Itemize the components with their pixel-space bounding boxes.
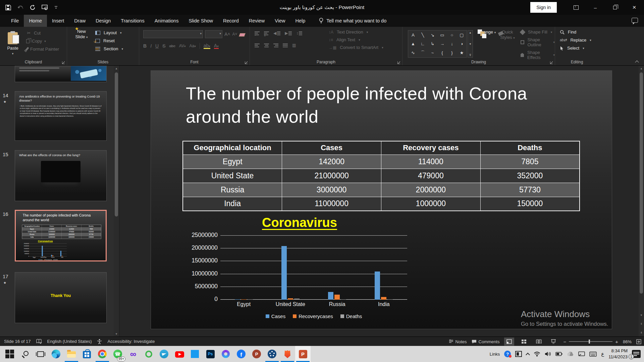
taskbar-photoshop-button[interactable] <box>203 346 218 362</box>
bar-deaths-india[interactable] <box>387 299 393 300</box>
infection-table[interactable]: Geographical locationCasesRecovery cases… <box>22 225 101 239</box>
comments-button[interactable]: Comments <box>472 339 500 344</box>
undo-icon[interactable] <box>17 5 24 10</box>
restore-button[interactable] <box>605 0 625 15</box>
tab-file[interactable]: File <box>6 15 24 27</box>
cut-button[interactable]: ✂Cut <box>26 30 59 36</box>
shapes-more-button[interactable]: ⊽ <box>469 54 471 57</box>
quick-styles-button[interactable]: Quick Styles ▾ <box>498 29 517 41</box>
highlight-color-button[interactable]: ab▾ <box>204 43 210 49</box>
convert-to-smartart-button[interactable]: →▦Convert to SmartArt▾ <box>329 45 383 50</box>
taskbar-microsoft-loop-button[interactable] <box>218 346 233 362</box>
align-center-button[interactable] <box>264 44 269 47</box>
taskbar-chrome-button[interactable] <box>95 346 110 362</box>
editor-scroll-thumb[interactable] <box>640 72 643 294</box>
close-button[interactable]: × <box>625 0 644 15</box>
zoom-out-button[interactable]: − <box>563 339 566 345</box>
shape-fill-button[interactable]: Shape Fill▾ <box>521 29 555 35</box>
zoom-slider-track[interactable] <box>569 341 612 342</box>
slide-15-thumbnail[interactable]: What are the effects of corona on the lu… <box>15 150 107 201</box>
widgets-icon[interactable] <box>515 351 522 357</box>
bar-cases-russia[interactable] <box>51 255 52 256</box>
tab-home[interactable]: Home <box>24 15 47 27</box>
bar-cases-russia[interactable] <box>328 292 333 300</box>
align-text-button[interactable]: ↕≡Align Text▾ <box>329 37 383 42</box>
numbering-button[interactable] <box>264 32 269 35</box>
bar-recoverycases-united-state[interactable] <box>288 298 293 300</box>
minimize-button[interactable]: – <box>586 0 605 15</box>
tab-transitions[interactable]: Transitions <box>116 15 149 27</box>
increase-font-size-button[interactable]: A˄ <box>224 32 230 37</box>
notes-button[interactable]: Notes <box>449 339 467 344</box>
volume-icon[interactable] <box>545 351 551 357</box>
shape-gallery-item-3[interactable]: ▭ <box>440 33 444 38</box>
taskbar-telegram-button[interactable] <box>156 346 172 362</box>
taskbar-psiphon-button[interactable] <box>249 346 264 362</box>
text-direction-button[interactable]: ↕AText Direction▾ <box>329 29 383 35</box>
zoom-in-button[interactable]: + <box>615 339 618 345</box>
shape-gallery-item-16[interactable]: } <box>451 50 452 55</box>
bar-recoverycases-russia[interactable] <box>334 295 340 300</box>
ribbon-display-options-button[interactable] <box>566 0 586 15</box>
shape-gallery-item-2[interactable]: ↘ <box>431 33 434 38</box>
decrease-font-size-button[interactable]: A˅ <box>232 32 237 37</box>
tab-record[interactable]: Record <box>218 15 244 27</box>
paste-dropdown-arrow[interactable]: ▾ <box>12 52 14 55</box>
language-indicator[interactable]: English (United States) <box>47 339 92 344</box>
arrange-dropdown-arrow[interactable]: ▾ <box>494 31 496 34</box>
tab-review[interactable]: Review <box>244 15 270 27</box>
taskbar-green-ring-app-button[interactable] <box>141 346 156 362</box>
clear-formatting-button[interactable] <box>239 33 246 37</box>
tab-draw[interactable]: Draw <box>69 15 91 27</box>
wifi-icon[interactable] <box>534 351 540 357</box>
slide-show-button[interactable] <box>548 338 558 346</box>
line-spacing-button[interactable]: ↕ <box>296 31 302 36</box>
start-slideshow-icon[interactable] <box>42 5 48 10</box>
shape-gallery-item-13[interactable]: ⌒ <box>421 50 425 56</box>
battery-icon[interactable] <box>555 352 562 356</box>
shape-gallery-item-4[interactable]: ○ <box>451 33 453 38</box>
slide-sorter-view-button[interactable] <box>519 338 529 346</box>
bar-recoverycases-united-state[interactable] <box>43 256 44 256</box>
current-slide-canvas[interactable]: The number of people infected with Coron… <box>151 70 612 329</box>
coronavirus-bar-chart[interactable]: 0500000010000000150000002000000025000000… <box>190 228 418 329</box>
bar-deaths-egypt[interactable] <box>248 299 253 300</box>
arrange-button[interactable]: Arrange ▾ <box>477 29 496 35</box>
underline-button[interactable]: U <box>155 43 159 49</box>
zoom-slider-thumb[interactable] <box>589 340 590 344</box>
taskbar-media-player-button[interactable] <box>264 346 280 362</box>
chart-title[interactable]: Coronavirus <box>232 216 367 230</box>
taskbar-visual-studio-button[interactable]: ∞ <box>125 346 141 362</box>
shape-gallery-item-9[interactable]: → <box>440 41 444 46</box>
bar-cases-united-state[interactable] <box>281 246 287 300</box>
bar-cases-india[interactable] <box>375 272 380 300</box>
strikethrough-button[interactable]: S <box>162 43 165 49</box>
shape-gallery-item-14[interactable]: ~ <box>431 50 434 55</box>
reading-view-button[interactable] <box>534 338 544 346</box>
font-color-button[interactable]: A▾ <box>214 43 219 49</box>
tab-insert[interactable]: Insert <box>47 15 69 27</box>
shape-gallery-item-12[interactable]: ∿ <box>411 50 415 55</box>
shape-gallery-item-5[interactable]: ▢ <box>460 33 464 38</box>
decrease-indent-button[interactable]: ◀ <box>273 31 280 36</box>
slide-14-thumbnail[interactable]: Are antibiotics effective in preventing … <box>15 91 107 141</box>
zoom-level[interactable]: 86% <box>623 339 632 344</box>
tray-expand-chevron-icon[interactable] <box>526 353 530 357</box>
copy-button[interactable]: Copy▾ <box>26 39 59 44</box>
sign-in-button[interactable]: Sign in <box>530 2 557 13</box>
bold-button[interactable]: B <box>143 43 147 49</box>
taskbar-start-button[interactable] <box>2 346 17 362</box>
spell-check-icon[interactable] <box>36 339 42 344</box>
shape-gallery-item-17[interactable]: ★ <box>460 50 464 55</box>
tab-animations[interactable]: Animations <box>150 15 184 27</box>
tell-me-box[interactable]: Tell me what you want to do <box>319 15 386 27</box>
shape-gallery-item-7[interactable]: ∟ <box>421 41 425 46</box>
new-slide-dropdown-arrow[interactable]: ▾ <box>86 36 88 39</box>
slide-title-text[interactable]: The number of people infected with Coron… <box>186 82 568 128</box>
reset-button[interactable]: Reset <box>95 38 123 43</box>
links-toolbar[interactable]: Links <box>490 352 500 357</box>
notification-center-icon[interactable]: 1 <box>632 350 641 358</box>
justify-button[interactable] <box>283 44 288 47</box>
bar-cases-india[interactable] <box>60 251 61 256</box>
tab-view[interactable]: View <box>270 15 290 27</box>
